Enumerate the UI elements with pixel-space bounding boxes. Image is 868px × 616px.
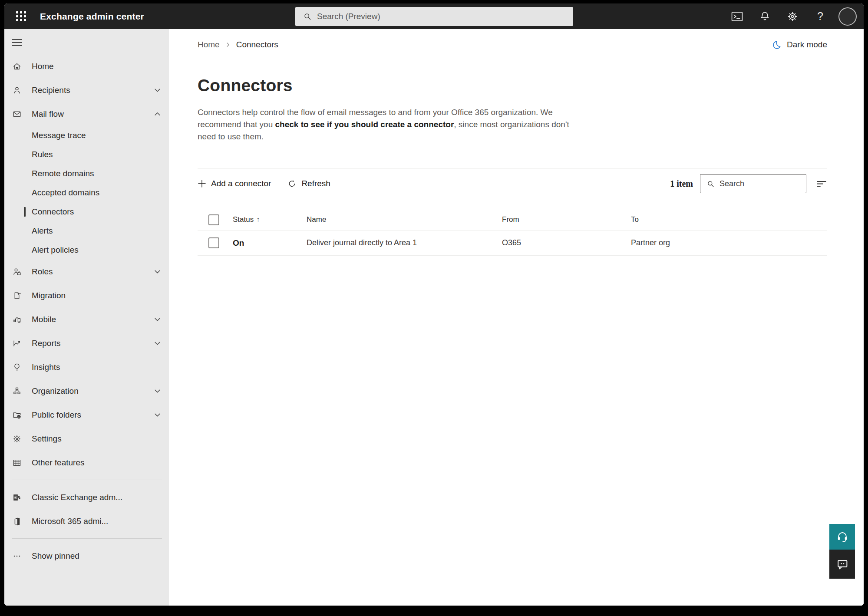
- column-header-status[interactable]: Status: [233, 215, 254, 224]
- connector-status: On: [233, 238, 244, 248]
- list-toolbar: Add a connector Refresh 1 item: [198, 168, 827, 199]
- feedback-button[interactable]: [829, 550, 855, 579]
- topbar: Exchange admin center: [4, 3, 864, 29]
- active-item-indicator: [24, 207, 26, 217]
- chevron-down-icon: [154, 387, 161, 395]
- settings-gear-icon[interactable]: [783, 7, 802, 26]
- chevron-down-icon: [154, 86, 161, 94]
- feedback-chat-icon: [836, 558, 849, 571]
- ellipsis-icon: [12, 551, 22, 561]
- connector-to: Partner org: [631, 238, 670, 247]
- headset-icon: [836, 531, 848, 543]
- sidebar-item-public-folders[interactable]: Public folders: [4, 403, 169, 427]
- chevron-down-icon: [154, 339, 161, 347]
- classic-exchange-logo-icon: [12, 493, 22, 502]
- chart-phone-icon: [12, 315, 22, 324]
- help-icon[interactable]: ?: [811, 7, 830, 26]
- breadcrumb-chevron-icon: [225, 42, 231, 48]
- search-icon: [706, 180, 715, 188]
- account-avatar[interactable]: [838, 7, 857, 26]
- sidebar-item-other-features[interactable]: Other features: [4, 451, 169, 474]
- microsoft-365-logo-icon: [12, 517, 22, 526]
- breadcrumb-home[interactable]: Home: [198, 40, 220, 49]
- sidebar-item-settings[interactable]: Settings: [4, 427, 169, 451]
- sidebar-item-recipients[interactable]: Recipients: [4, 78, 169, 102]
- sidebar-item-classic-exchange[interactable]: Classic Exchange adm...: [4, 485, 169, 509]
- chevron-down-icon: [154, 268, 161, 275]
- chevron-down-icon: [154, 411, 161, 418]
- sidebar-collapse-icon[interactable]: [12, 36, 30, 49]
- table-grid-icon: [12, 458, 22, 468]
- create-connector-hint: check to see if you should create a conn…: [275, 120, 454, 129]
- connector-name: Deliver journal directly to Area 1: [307, 238, 417, 247]
- floating-buttons: [829, 524, 855, 579]
- folder-globe-icon: [12, 410, 22, 420]
- sidebar-item-connectors[interactable]: Connectors: [4, 202, 169, 221]
- add-connector-button[interactable]: Add a connector: [198, 179, 271, 188]
- column-header-to[interactable]: To: [631, 215, 639, 224]
- sidebar-item-migration[interactable]: Migration: [4, 283, 169, 307]
- sidebar-item-organization[interactable]: Organization: [4, 379, 169, 403]
- sidebar-item-message-trace[interactable]: Message trace: [4, 126, 169, 145]
- sidebar-item-alerts[interactable]: Alerts: [4, 221, 169, 240]
- main-content: Home Connectors Dark mode Connectors Con…: [169, 29, 864, 606]
- select-all-checkbox[interactable]: [208, 214, 219, 225]
- list-search-input[interactable]: [719, 179, 802, 188]
- search-icon: [303, 12, 312, 21]
- sidebar-item-alert-policies[interactable]: Alert policies: [4, 240, 169, 260]
- sidebar-item-accepted-domains[interactable]: Accepted domains: [4, 183, 169, 202]
- sidebar-item-home[interactable]: Home: [4, 54, 169, 78]
- envelope-icon: [12, 109, 22, 119]
- sidebar-item-roles[interactable]: Roles: [4, 260, 169, 283]
- gear-icon: [12, 434, 22, 444]
- row-checkbox[interactable]: [208, 237, 219, 248]
- sidebar-divider: [12, 480, 162, 480]
- sidebar: Home Recipients Mail flow: [4, 29, 169, 606]
- table-divider: [198, 255, 827, 256]
- list-search[interactable]: [700, 174, 806, 193]
- line-chart-icon: [12, 339, 22, 348]
- org-chart-icon: [12, 386, 22, 396]
- sidebar-item-mail-flow[interactable]: Mail flow: [4, 102, 169, 126]
- sort-ascending-icon: ↑: [256, 216, 260, 224]
- connector-from: O365: [502, 238, 521, 247]
- breadcrumb-current: Connectors: [236, 40, 278, 49]
- app-title: Exchange admin center: [40, 11, 144, 22]
- notifications-bell-icon[interactable]: [755, 7, 774, 26]
- page-title: Connectors: [198, 76, 827, 95]
- sidebar-nav: Home Recipients Mail flow: [4, 54, 169, 568]
- sidebar-item-show-pinned[interactable]: Show pinned: [4, 544, 169, 568]
- table-row[interactable]: On Deliver journal directly to Area 1 O3…: [198, 231, 827, 255]
- global-search-input[interactable]: [317, 12, 567, 21]
- cloud-shell-icon[interactable]: [727, 7, 746, 26]
- filter-sort-icon[interactable]: [816, 179, 827, 188]
- sidebar-item-mobile[interactable]: Mobile: [4, 307, 169, 331]
- refresh-icon: [287, 179, 297, 188]
- support-button[interactable]: [829, 524, 855, 550]
- column-header-from[interactable]: From: [502, 215, 519, 224]
- person-icon: [12, 86, 22, 95]
- breadcrumb: Home Connectors: [198, 40, 278, 49]
- page-description: Connectors help control the flow of emai…: [198, 106, 580, 143]
- moon-icon: [772, 40, 782, 50]
- home-icon: [12, 62, 22, 71]
- sidebar-item-insights[interactable]: Insights: [4, 355, 169, 379]
- lightbulb-icon: [12, 362, 22, 372]
- chevron-up-icon: [154, 110, 161, 118]
- dark-mode-toggle[interactable]: Dark mode: [772, 40, 827, 50]
- document-arrow-icon: [12, 291, 22, 300]
- sidebar-item-reports[interactable]: Reports: [4, 331, 169, 355]
- app-launcher-icon[interactable]: [12, 8, 30, 25]
- sidebar-item-microsoft-365[interactable]: Microsoft 365 admi...: [4, 509, 169, 533]
- sidebar-item-rules[interactable]: Rules: [4, 145, 169, 164]
- chevron-down-icon: [154, 316, 161, 323]
- sidebar-item-remote-domains[interactable]: Remote domains: [4, 164, 169, 183]
- table-header: Status ↑ Name From To: [198, 209, 827, 230]
- connectors-table: Status ↑ Name From To On Deliver journal…: [198, 209, 827, 256]
- app-window: Exchange admin center: [4, 3, 864, 606]
- global-search[interactable]: [295, 7, 573, 26]
- column-header-name[interactable]: Name: [307, 215, 326, 224]
- refresh-button[interactable]: Refresh: [287, 179, 330, 188]
- sidebar-divider: [12, 538, 162, 539]
- topbar-actions: ?: [727, 7, 857, 26]
